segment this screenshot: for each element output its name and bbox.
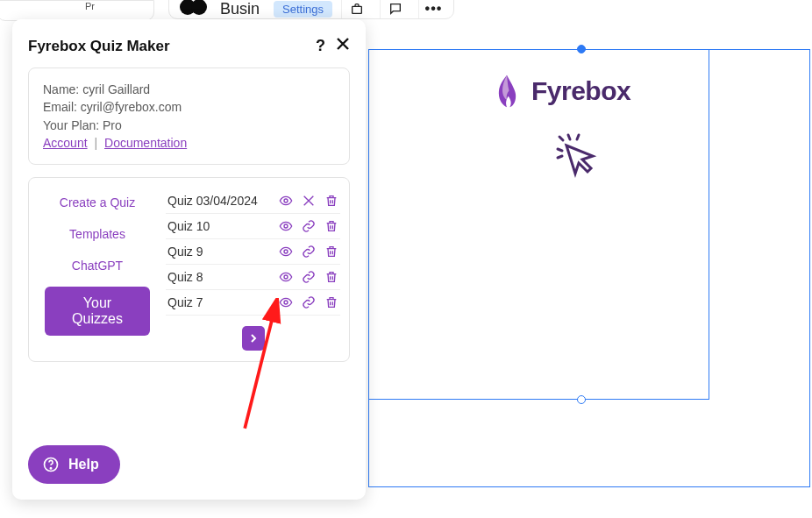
quiz-row: Quiz 9 xyxy=(166,239,340,265)
bg-top-card: Busin Settings ••• xyxy=(168,0,454,19)
quiz-row: Quiz 03/04/2024 xyxy=(166,188,340,214)
quiz-maker-popup: Fyrebox Quiz Maker ? Name: cyril Gaillar… xyxy=(12,19,366,500)
account-link-separator: | xyxy=(94,136,97,150)
nav-your-quizzes[interactable]: Your Quizzes xyxy=(45,287,150,336)
account-info-card: Name: cyril Gaillard Email: cyril@fyrebo… xyxy=(28,67,350,165)
archive-icon[interactable] xyxy=(341,0,371,18)
unlink-icon[interactable] xyxy=(302,194,316,208)
popup-title: Fyrebox Quiz Maker xyxy=(28,38,170,55)
account-name-value: cyril Gaillard xyxy=(82,82,150,96)
help-label: Help xyxy=(68,457,99,472)
svg-point-5 xyxy=(284,301,288,304)
svg-point-7 xyxy=(50,468,51,469)
quiz-row-name: Quiz 10 xyxy=(167,219,279,233)
trash-icon[interactable] xyxy=(324,245,338,259)
resize-handle-bottom[interactable] xyxy=(577,395,586,404)
account-name-label: Name: xyxy=(43,82,79,96)
help-icon xyxy=(42,456,60,473)
quiz-row: Quiz 10 xyxy=(166,214,340,239)
business-logo-icon xyxy=(180,0,211,18)
help-button[interactable]: Help xyxy=(28,445,120,484)
quiz-list: Quiz 03/04/2024 Quiz 10 Quiz 9 xyxy=(166,188,340,351)
bg-left-tag-text: Pr xyxy=(85,1,95,11)
quiz-row: Quiz 7 xyxy=(166,290,340,316)
close-icon[interactable] xyxy=(336,37,350,55)
svg-rect-0 xyxy=(352,6,361,13)
click-cursor-icon xyxy=(552,130,602,179)
quiz-pager xyxy=(166,326,340,351)
link-icon[interactable] xyxy=(302,295,316,309)
link-icon[interactable] xyxy=(302,270,316,284)
business-label: Busin xyxy=(220,0,260,18)
svg-point-2 xyxy=(284,224,288,228)
eye-icon[interactable] xyxy=(279,219,293,233)
quiz-row-name: Quiz 7 xyxy=(167,295,279,309)
bg-left-tag: Pr xyxy=(0,0,154,21)
documentation-link[interactable]: Documentation xyxy=(104,136,187,150)
svg-point-3 xyxy=(284,250,288,253)
account-email-label: Email: xyxy=(43,100,77,114)
svg-point-4 xyxy=(284,275,288,279)
svg-point-1 xyxy=(284,199,288,202)
link-icon[interactable] xyxy=(302,219,316,233)
account-email-value: cyril@fyrebox.com xyxy=(81,100,182,114)
account-link[interactable]: Account xyxy=(43,136,88,150)
quiz-row: Quiz 8 xyxy=(166,265,340,290)
trash-icon[interactable] xyxy=(324,270,338,284)
account-plan-value: Pro xyxy=(103,118,122,132)
quiz-row-name: Quiz 8 xyxy=(167,270,279,284)
trash-icon[interactable] xyxy=(324,219,338,233)
account-plan-label: Your Plan: xyxy=(43,118,99,132)
link-icon[interactable] xyxy=(302,245,316,259)
eye-icon[interactable] xyxy=(279,194,293,208)
settings-chip[interactable]: Settings xyxy=(274,1,332,18)
eye-icon[interactable] xyxy=(279,245,293,259)
fyrebox-brand: Fyrebox xyxy=(491,74,630,109)
nav-chatgpt[interactable]: ChatGPT xyxy=(72,252,123,280)
more-icon[interactable]: ••• xyxy=(418,0,448,18)
fyrebox-brand-text: Fyrebox xyxy=(531,76,630,106)
eye-icon[interactable] xyxy=(279,270,293,284)
quiz-row-name: Quiz 9 xyxy=(167,245,279,259)
comment-icon[interactable] xyxy=(380,0,410,18)
nav-templates[interactable]: Templates xyxy=(69,220,125,248)
popup-header: Fyrebox Quiz Maker ? xyxy=(28,37,350,55)
nav-create-quiz[interactable]: Create a Quiz xyxy=(60,188,135,216)
trash-icon[interactable] xyxy=(324,194,338,208)
canvas-area: Fyrebox xyxy=(368,49,810,487)
eye-icon[interactable] xyxy=(279,295,293,309)
quiz-row-name: Quiz 03/04/2024 xyxy=(167,194,279,208)
fyrebox-flame-icon xyxy=(491,74,523,109)
quiz-nav: Create a Quiz Templates ChatGPT Your Qui… xyxy=(38,188,157,351)
resize-handle-top[interactable] xyxy=(577,45,586,53)
next-page-button[interactable] xyxy=(242,326,265,351)
popup-help-button[interactable]: ? xyxy=(316,37,325,55)
trash-icon[interactable] xyxy=(324,295,338,309)
quiz-manager-card: Create a Quiz Templates ChatGPT Your Qui… xyxy=(28,177,350,362)
